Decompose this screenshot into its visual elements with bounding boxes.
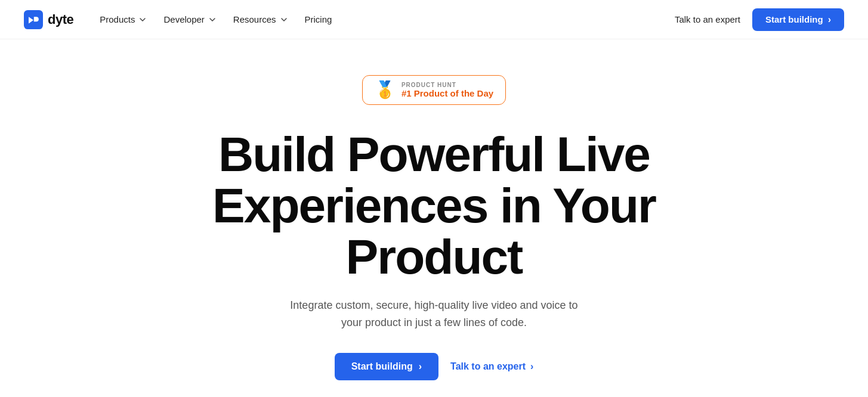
arrow-right-icon: ›	[419, 361, 422, 372]
badge-label: PRODUCT HUNT	[401, 82, 456, 88]
hero-heading: Build Powerful Live Experiences in Your …	[148, 129, 721, 283]
nav-resources[interactable]: Resources	[226, 10, 295, 29]
chevron-down-icon	[280, 15, 288, 24]
talk-to-expert-nav-link[interactable]: Talk to an expert	[675, 14, 740, 24]
arrow-right-icon: ›	[530, 361, 533, 372]
chevron-down-icon	[138, 15, 147, 24]
hero-section: 🥇 PRODUCT HUNT #1 Product of the Day Bui…	[0, 39, 868, 397]
product-hunt-badge[interactable]: 🥇 PRODUCT HUNT #1 Product of the Day	[362, 75, 506, 105]
nav-pricing[interactable]: Pricing	[298, 10, 339, 29]
arrow-right-icon: ›	[828, 14, 831, 25]
nav-right: Talk to an expert Start building ›	[675, 8, 844, 31]
nav-links: Products Developer Resources Pricing	[92, 10, 339, 29]
svg-rect-0	[24, 10, 43, 29]
logo-text: dyte	[48, 12, 73, 27]
logo-icon	[24, 10, 43, 29]
nav-developer[interactable]: Developer	[156, 10, 223, 29]
badge-title: #1 Product of the Day	[401, 88, 493, 98]
nav-left: dyte Products Developer Resources	[24, 10, 339, 29]
medal-icon: 🥇	[375, 82, 396, 98]
navbar: dyte Products Developer Resources	[0, 0, 868, 39]
start-building-nav-button[interactable]: Start building ›	[752, 8, 844, 31]
nav-products[interactable]: Products	[92, 10, 154, 29]
chevron-down-icon	[208, 15, 217, 24]
talk-to-expert-hero-link[interactable]: Talk to an expert ›	[450, 361, 533, 372]
hero-subheading: Integrate custom, secure, high-quality l…	[279, 297, 589, 331]
start-building-hero-button[interactable]: Start building ›	[335, 353, 438, 380]
badge-text-block: PRODUCT HUNT #1 Product of the Day	[401, 82, 493, 98]
logo[interactable]: dyte	[24, 10, 73, 29]
hero-cta-buttons: Start building › Talk to an expert ›	[335, 353, 534, 380]
